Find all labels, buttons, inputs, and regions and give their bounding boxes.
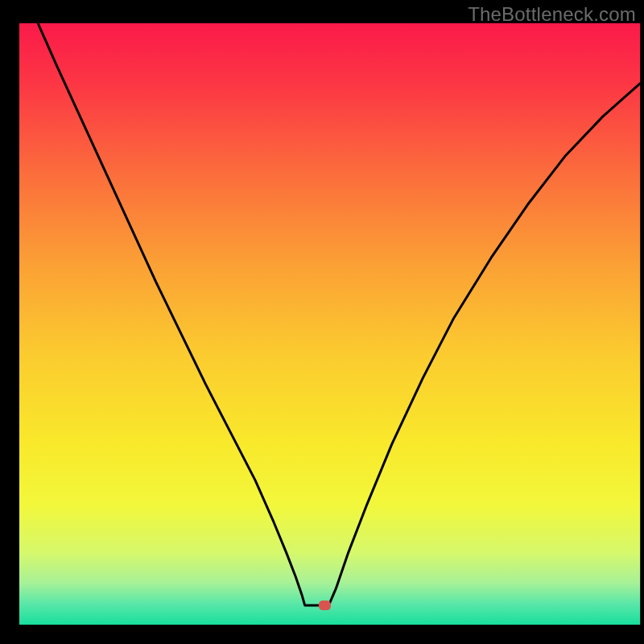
watermark-text: TheBottleneck.com <box>468 3 636 26</box>
minimum-marker <box>319 601 331 610</box>
bottleneck-chart <box>0 0 644 644</box>
chart-svg <box>0 0 644 644</box>
plot-background <box>19 23 640 625</box>
